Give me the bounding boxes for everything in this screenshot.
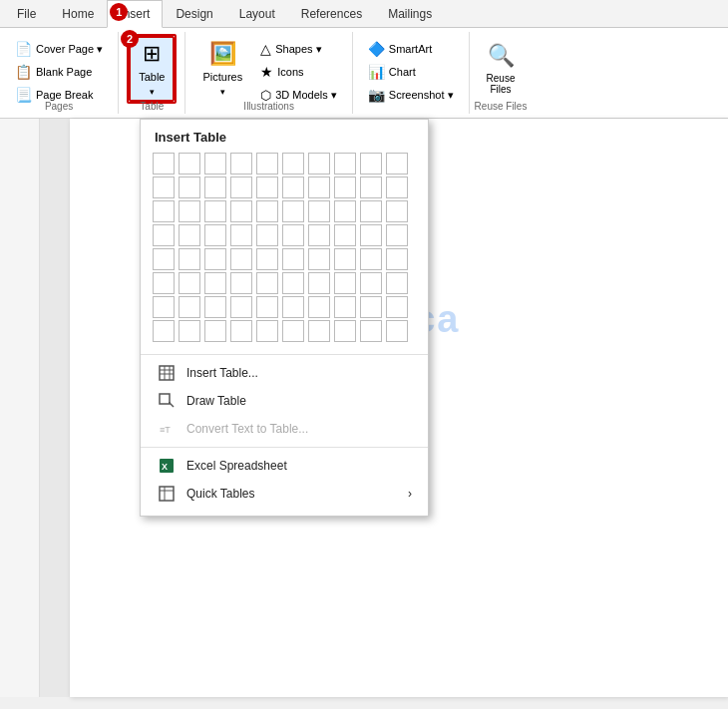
tab-layout[interactable]: Layout [226, 0, 288, 28]
grid-cell-1-10[interactable] [386, 153, 408, 175]
tab-file[interactable]: File [4, 0, 49, 28]
grid-cell-4-7[interactable] [308, 224, 330, 246]
grid-cell-4-6[interactable] [282, 224, 304, 246]
grid-cell-5-7[interactable] [308, 248, 330, 270]
grid-cell-6-8[interactable] [334, 272, 356, 294]
grid-cell-6-3[interactable] [204, 272, 226, 294]
quick-tables-item[interactable]: Quick Tables › [141, 480, 428, 508]
insert-table-item[interactable]: Insert Table... [141, 359, 428, 387]
grid-cell-8-8[interactable] [334, 320, 356, 342]
grid-cell-8-7[interactable] [308, 320, 330, 342]
grid-cell-2-6[interactable] [282, 177, 304, 198]
grid-cell-3-10[interactable] [386, 200, 408, 222]
grid-cell-4-3[interactable] [204, 224, 226, 246]
grid-cell-8-9[interactable] [360, 320, 382, 342]
cover-page-button[interactable]: 📄 Cover Page ▾ [8, 38, 110, 60]
grid-cell-7-8[interactable] [334, 296, 356, 318]
grid-cell-7-9[interactable] [360, 296, 382, 318]
grid-cell-2-5[interactable] [256, 177, 278, 198]
chart-button[interactable]: 📊 Chart [361, 61, 461, 83]
icons-button[interactable]: ★ Icons [253, 61, 344, 83]
grid-cell-8-4[interactable] [230, 320, 252, 342]
blank-page-button[interactable]: 📋 Blank Page [8, 61, 110, 83]
grid-cell-6-4[interactable] [230, 272, 252, 294]
grid-cell-5-2[interactable] [179, 248, 200, 270]
grid-cell-5-5[interactable] [256, 248, 278, 270]
grid-cell-7-3[interactable] [204, 296, 226, 318]
grid-cell-4-8[interactable] [334, 224, 356, 246]
grid-cell-2-8[interactable] [334, 177, 356, 198]
grid-cell-7-6[interactable] [282, 296, 304, 318]
grid-cell-5-3[interactable] [204, 248, 226, 270]
grid-cell-2-9[interactable] [360, 177, 382, 198]
grid-cell-3-3[interactable] [204, 200, 226, 222]
grid-cell-5-10[interactable] [386, 248, 408, 270]
grid-cell-6-6[interactable] [282, 272, 304, 294]
grid-cell-2-4[interactable] [230, 177, 252, 198]
grid-cell-1-6[interactable] [282, 153, 304, 175]
tab-insert[interactable]: 1 Insert [107, 0, 163, 28]
draw-table-item[interactable]: Draw Table [141, 387, 428, 415]
grid-cell-2-2[interactable] [179, 177, 200, 198]
grid-cell-8-10[interactable] [386, 320, 408, 342]
grid-cell-1-2[interactable] [179, 153, 200, 175]
grid-cell-8-2[interactable] [179, 320, 200, 342]
grid-cell-7-2[interactable] [179, 296, 200, 318]
grid-cell-1-8[interactable] [334, 153, 356, 175]
grid-cell-3-6[interactable] [282, 200, 304, 222]
shapes-button[interactable]: △ Shapes ▾ [253, 38, 344, 60]
table-button[interactable]: ⊞ Table ▾ [129, 36, 175, 102]
grid-cell-3-7[interactable] [308, 200, 330, 222]
grid-cell-5-8[interactable] [334, 248, 356, 270]
grid-cell-8-1[interactable] [153, 320, 175, 342]
grid-cell-5-9[interactable] [360, 248, 382, 270]
grid-cell-5-4[interactable] [230, 248, 252, 270]
grid-cell-5-1[interactable] [153, 248, 175, 270]
grid-cell-4-2[interactable] [179, 224, 200, 246]
grid-cell-7-4[interactable] [230, 296, 252, 318]
grid-cell-8-3[interactable] [204, 320, 226, 342]
grid-picker[interactable] [141, 153, 428, 350]
grid-cell-4-1[interactable] [153, 224, 175, 246]
grid-cell-2-1[interactable] [153, 177, 175, 198]
grid-cell-4-10[interactable] [386, 224, 408, 246]
grid-cell-5-6[interactable] [282, 248, 304, 270]
grid-cell-6-1[interactable] [153, 272, 175, 294]
grid-cell-7-10[interactable] [386, 296, 408, 318]
tab-references[interactable]: References [288, 0, 375, 28]
grid-cell-8-6[interactable] [282, 320, 304, 342]
grid-cell-1-9[interactable] [360, 153, 382, 175]
grid-cell-3-4[interactable] [230, 200, 252, 222]
grid-cell-3-1[interactable] [153, 200, 175, 222]
grid-cell-7-5[interactable] [256, 296, 278, 318]
grid-cell-4-5[interactable] [256, 224, 278, 246]
grid-cell-7-1[interactable] [153, 296, 175, 318]
grid-cell-2-10[interactable] [386, 177, 408, 198]
grid-cell-1-3[interactable] [204, 153, 226, 175]
grid-cell-4-9[interactable] [360, 224, 382, 246]
grid-cell-6-5[interactable] [256, 272, 278, 294]
grid-cell-6-7[interactable] [308, 272, 330, 294]
smartart-button[interactable]: 🔷 SmartArt [361, 38, 461, 60]
grid-cell-6-2[interactable] [179, 272, 200, 294]
excel-spreadsheet-item[interactable]: X Excel Spreadsheet [141, 452, 428, 480]
grid-cell-2-3[interactable] [204, 177, 226, 198]
grid-cell-4-4[interactable] [230, 224, 252, 246]
grid-cell-6-9[interactable] [360, 272, 382, 294]
grid-cell-7-7[interactable] [308, 296, 330, 318]
grid-cell-6-10[interactable] [386, 272, 408, 294]
grid-cell-1-1[interactable] [153, 153, 175, 175]
tab-design[interactable]: Design [163, 0, 225, 28]
grid-cell-3-8[interactable] [334, 200, 356, 222]
pictures-button[interactable]: 🖼️ Pictures ▾ [193, 36, 251, 102]
tab-home[interactable]: Home [49, 0, 107, 28]
grid-cell-8-5[interactable] [256, 320, 278, 342]
grid-cell-3-5[interactable] [256, 200, 278, 222]
grid-cell-3-9[interactable] [360, 200, 382, 222]
grid-cell-1-5[interactable] [256, 153, 278, 175]
tab-mailings[interactable]: Mailings [375, 0, 445, 28]
grid-cell-2-7[interactable] [308, 177, 330, 198]
grid-cell-3-2[interactable] [179, 200, 200, 222]
grid-cell-1-4[interactable] [230, 153, 252, 175]
grid-cell-1-7[interactable] [308, 153, 330, 175]
